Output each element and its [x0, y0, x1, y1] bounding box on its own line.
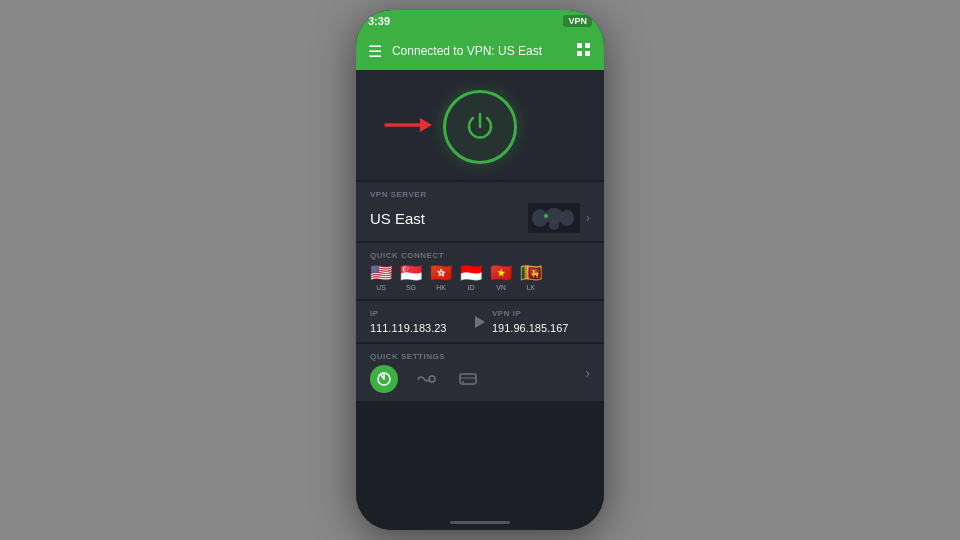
phone-frame: 3:39 VPN ☰ Connected to VPN: US East	[356, 10, 604, 530]
svg-point-18	[462, 381, 464, 383]
quick-settings-row: QUICK SETTINGS	[370, 352, 590, 393]
world-map-icon	[528, 203, 580, 233]
ip-divider	[468, 316, 492, 328]
flag-id[interactable]: 🇮🇩 ID	[460, 264, 482, 291]
ip-value: 111.119.183.23	[370, 322, 468, 334]
ip-block: IP 111.119.183.23	[370, 309, 468, 334]
quick-connect-section: QUICK CONNECT 🇺🇸 US 🇸🇬 SG 🇭🇰 HK 🇮🇩 ID	[356, 243, 604, 299]
ip-label: IP	[370, 309, 468, 318]
svg-rect-3	[585, 51, 590, 56]
split-tunnel-icon[interactable]	[412, 365, 440, 393]
quick-settings-chevron-icon[interactable]: ›	[585, 365, 590, 381]
svg-point-11	[544, 214, 548, 218]
vpn-ip-label: VPN IP	[492, 309, 590, 318]
play-icon	[475, 316, 485, 328]
power-section	[356, 70, 604, 180]
vpn-server-label: VPN SERVER	[370, 190, 590, 199]
svg-point-9	[560, 210, 574, 226]
home-bar	[450, 521, 510, 524]
vpn-server-section: VPN SERVER US East	[356, 182, 604, 241]
svg-rect-0	[577, 43, 582, 48]
flag-hk[interactable]: 🇭🇰 HK	[430, 264, 452, 291]
quick-connect-label: QUICK CONNECT	[370, 251, 590, 260]
home-indicator	[356, 514, 604, 530]
vpn-badge: VPN	[563, 15, 592, 27]
svg-rect-1	[585, 43, 590, 48]
flag-us[interactable]: 🇺🇸 US	[370, 264, 392, 291]
vpn-server-content: US East	[370, 210, 425, 227]
quick-settings-section: QUICK SETTINGS	[356, 344, 604, 401]
header-title: Connected to VPN: US East	[390, 44, 544, 58]
vpn-ip-value: 191.96.185.167	[492, 322, 590, 334]
flag-list: 🇺🇸 US 🇸🇬 SG 🇭🇰 HK 🇮🇩 ID 🇻🇳 V	[370, 264, 590, 291]
vpn-ip-block: VPN IP 191.96.185.167	[492, 309, 590, 334]
settings-grid-icon[interactable]	[576, 42, 592, 61]
flag-lk[interactable]: 🇱🇰 LK	[520, 264, 542, 291]
vpn-server-right: ›	[528, 203, 590, 233]
main-content: VPN SERVER US East	[356, 70, 604, 514]
vpn-chevron-icon: ›	[586, 211, 590, 225]
status-time: 3:39	[368, 15, 390, 27]
settings-icons-list	[370, 365, 482, 393]
flag-sg[interactable]: 🇸🇬 SG	[400, 264, 422, 291]
svg-marker-5	[420, 118, 432, 132]
vpn-server-row[interactable]: US East ›	[370, 203, 590, 233]
proxy-icon[interactable]	[454, 365, 482, 393]
svg-rect-2	[577, 51, 582, 56]
ip-row: IP 111.119.183.23 VPN IP 191.96.185.167	[370, 309, 590, 334]
quick-settings-label: QUICK SETTINGS	[370, 352, 482, 361]
power-button[interactable]	[443, 90, 517, 164]
app-header: ☰ Connected to VPN: US East	[356, 32, 604, 70]
ip-section: IP 111.119.183.23 VPN IP 191.96.185.167	[356, 301, 604, 342]
menu-icon[interactable]: ☰	[368, 42, 382, 61]
svg-point-10	[549, 220, 559, 230]
quick-settings-left: QUICK SETTINGS	[370, 352, 482, 393]
arrow-indicator	[384, 114, 432, 136]
kill-switch-icon[interactable]	[370, 365, 398, 393]
status-bar: 3:39 VPN	[356, 10, 604, 32]
flag-vn[interactable]: 🇻🇳 VN	[490, 264, 512, 291]
vpn-server-name: US East	[370, 210, 425, 227]
